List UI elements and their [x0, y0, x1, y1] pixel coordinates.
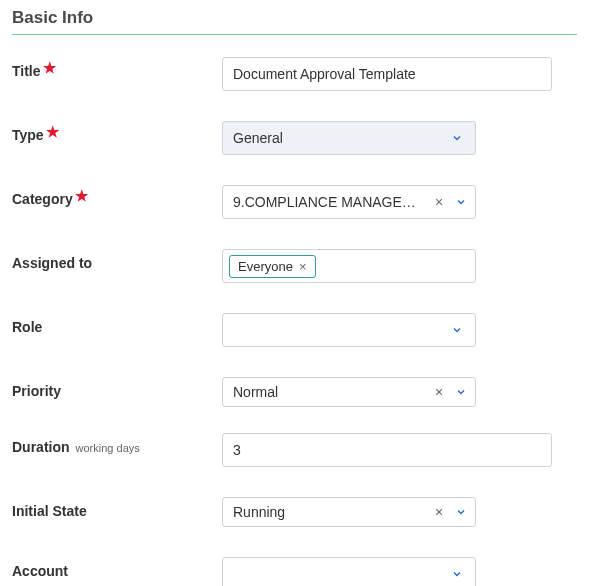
label-assigned-to: Assigned to [12, 249, 222, 271]
assigned-to-input[interactable]: Everyone × [222, 249, 476, 283]
row-type: Type ★ General [12, 121, 577, 155]
duration-input[interactable] [222, 433, 552, 467]
label-role: Role [12, 313, 222, 335]
row-duration: Duration working days [12, 433, 577, 467]
label-duration: Duration working days [12, 433, 222, 455]
label-account-text: Account [12, 563, 68, 579]
category-select-value: 9.COMPLIANCE MANAGEMENT [233, 194, 419, 210]
tag-remove-icon[interactable]: × [299, 260, 307, 273]
row-assigned-to: Assigned to Everyone × [12, 249, 577, 283]
label-category: Category ★ [12, 185, 222, 207]
clear-icon[interactable]: × [432, 385, 446, 399]
row-account: Account [12, 557, 577, 586]
label-title-text: Title [12, 63, 41, 79]
chevron-down-icon[interactable] [450, 323, 464, 337]
row-role: Role [12, 313, 577, 347]
initial-state-select-value: Running [233, 504, 419, 520]
label-initial-state-text: Initial State [12, 503, 87, 519]
row-category: Category ★ 9.COMPLIANCE MANAGEMENT × [12, 185, 577, 219]
label-duration-text: Duration [12, 439, 70, 455]
chevron-down-icon[interactable] [454, 195, 468, 209]
required-star-icon: ★ [75, 188, 88, 203]
label-title: Title ★ [12, 57, 222, 79]
clear-icon[interactable]: × [432, 195, 446, 209]
label-priority: Priority [12, 377, 222, 399]
chevron-down-icon[interactable] [454, 505, 468, 519]
label-duration-sublabel: working days [76, 442, 140, 454]
required-star-icon: ★ [46, 124, 59, 139]
label-role-text: Role [12, 319, 42, 335]
required-star-icon: ★ [43, 60, 56, 75]
role-select[interactable] [222, 313, 476, 347]
label-assigned-to-text: Assigned to [12, 255, 92, 271]
priority-select-value: Normal [233, 384, 419, 400]
label-initial-state: Initial State [12, 497, 222, 519]
assigned-to-tag: Everyone × [229, 255, 316, 278]
assigned-to-tag-label: Everyone [238, 259, 293, 274]
account-select[interactable] [222, 557, 476, 586]
title-input[interactable] [222, 57, 552, 91]
row-initial-state: Initial State Running × [12, 497, 577, 527]
chevron-down-icon[interactable] [450, 567, 464, 581]
row-priority: Priority Normal × [12, 377, 577, 407]
label-type-text: Type [12, 127, 44, 143]
chevron-down-icon[interactable] [454, 385, 468, 399]
label-account: Account [12, 557, 222, 579]
type-select-value: General [233, 130, 419, 146]
role-select-value [233, 322, 419, 338]
row-title: Title ★ [12, 57, 577, 91]
clear-icon[interactable]: × [432, 505, 446, 519]
label-priority-text: Priority [12, 383, 61, 399]
type-select[interactable]: General [222, 121, 476, 155]
section-title: Basic Info [12, 8, 577, 35]
chevron-down-icon[interactable] [450, 131, 464, 145]
basic-info-panel: Basic Info Title ★ Type ★ General [0, 0, 589, 586]
label-type: Type ★ [12, 121, 222, 143]
account-select-value [233, 566, 419, 582]
label-category-text: Category [12, 191, 73, 207]
